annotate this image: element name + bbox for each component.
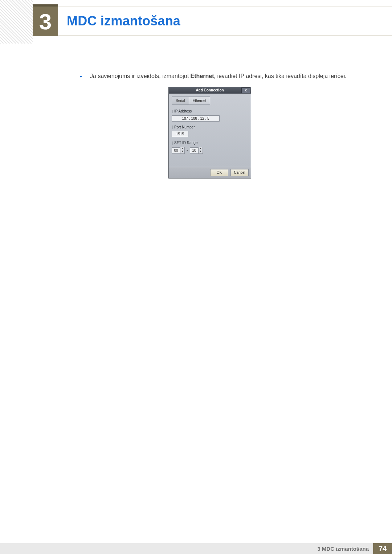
- bullet-post: , ievadiet IP adresi, kas tika ievadīta …: [214, 73, 347, 79]
- tab-serial[interactable]: Serial: [172, 97, 189, 105]
- bullet-icon: ●: [80, 73, 82, 81]
- page-footer: 3 MDC izmantošana 74: [0, 543, 392, 554]
- spinner-buttons[interactable]: ▲▼: [180, 147, 185, 154]
- hatch-decoration: [0, 0, 33, 44]
- add-connection-dialog: Add Connection x Serial Ethernet IP Addr…: [168, 87, 251, 178]
- ok-button[interactable]: OK: [210, 169, 228, 176]
- label-set-id-range: SET ID Range: [172, 140, 248, 146]
- body-text: ● Ja savienojums ir izveidots, izmantojo…: [80, 72, 359, 178]
- tab-ethernet[interactable]: Ethernet: [189, 97, 211, 105]
- bullet-pre: Ja savienojums ir izveidots, izmantojot: [90, 73, 191, 79]
- page-header: 3 MDC izmantošana: [0, 0, 392, 44]
- label-port-number: Port Number: [172, 124, 248, 130]
- range-separator: ~: [186, 148, 188, 153]
- dialog-button-row: OK Cancel: [169, 167, 251, 178]
- header-rule: MDC izmantošana: [58, 7, 392, 36]
- port-number-input[interactable]: 1515: [172, 131, 188, 137]
- bullet-text: Ja savienojums ir izveidots, izmantojot …: [90, 72, 347, 81]
- ip-address-input[interactable]: 107 . 108 . 12 . 5: [172, 115, 220, 122]
- dialog-titlebar: Add Connection x: [169, 87, 251, 94]
- spinner-buttons[interactable]: ▲▼: [198, 147, 203, 154]
- cancel-button[interactable]: Cancel: [230, 169, 249, 176]
- chapter-number: 3: [39, 9, 52, 34]
- range-from-spinner[interactable]: 00 ▲▼: [172, 147, 185, 154]
- page-number: 74: [373, 543, 392, 554]
- bullet-item: ● Ja savienojums ir izveidots, izmantojo…: [80, 72, 359, 81]
- range-to-value: 10: [190, 147, 198, 153]
- close-button[interactable]: x: [241, 87, 250, 93]
- dialog-body: Serial Ethernet IP Address 107 . 108 . 1…: [169, 94, 251, 167]
- chevron-down-icon: ▼: [180, 150, 184, 153]
- dialog-title-text: Add Connection: [196, 87, 224, 93]
- ip-address-row: 107 . 108 . 12 . 5: [172, 115, 248, 122]
- set-id-range-row: 00 ▲▼ ~ 10 ▲▼: [172, 147, 248, 154]
- chevron-up-icon: ▲: [180, 147, 184, 151]
- bullet-bold: Ethernet: [191, 73, 214, 79]
- footer-text: 3 MDC izmantošana: [0, 543, 373, 554]
- chevron-up-icon: ▲: [199, 147, 203, 151]
- close-icon: x: [245, 89, 247, 92]
- range-from-value: 00: [172, 147, 180, 153]
- chapter-title: MDC izmantošana: [67, 13, 180, 29]
- chevron-down-icon: ▼: [199, 150, 203, 153]
- dialog-tabs: Serial Ethernet: [172, 97, 248, 105]
- range-to-spinner[interactable]: 10 ▲▼: [190, 147, 203, 154]
- label-ip-address: IP Address: [172, 108, 248, 114]
- chapter-number-badge: 3: [33, 4, 58, 36]
